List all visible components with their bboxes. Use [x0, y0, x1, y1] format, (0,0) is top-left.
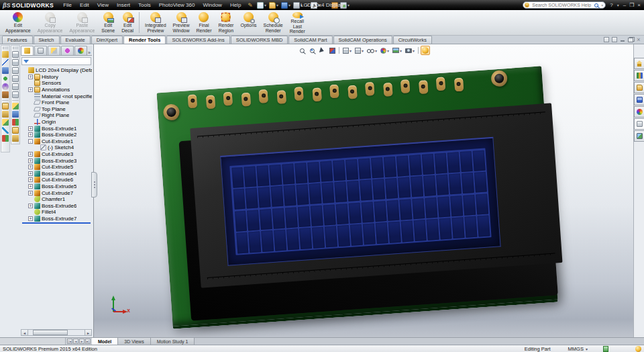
- tile-window-icon[interactable]: [612, 37, 617, 42]
- pencil-tool-icon[interactable]: [2, 51, 9, 58]
- cube-tool-icon[interactable]: [12, 51, 19, 58]
- tree-item-annotations[interactable]: +Annotations: [21, 87, 92, 93]
- tab-render-tools[interactable]: Render Tools: [123, 36, 166, 44]
- grid-tool-icon[interactable]: [12, 119, 19, 126]
- fm-tab-propertymanager[interactable]: [34, 46, 47, 55]
- taskpane-pane7-button[interactable]: [634, 130, 644, 142]
- scrollbar-track[interactable]: [28, 330, 85, 335]
- tab-scroll-icon[interactable]: |◂: [67, 339, 72, 344]
- view-settings-icon[interactable]: ▾: [404, 46, 416, 55]
- dropdown-caret-icon[interactable]: ▾: [400, 48, 402, 53]
- tree-item-cut-extrude7[interactable]: +Cut-Extrude7: [21, 189, 92, 196]
- panel-splitter-handle[interactable]: [91, 172, 97, 197]
- menu-help[interactable]: Help: [226, 1, 245, 9]
- cube-tool-icon[interactable]: [12, 59, 19, 66]
- print-caret-icon[interactable]: ▾: [301, 3, 303, 7]
- quick-save-icon[interactable]: ▾: [281, 2, 291, 9]
- scrollbar-thumb[interactable]: [33, 330, 68, 335]
- expand-toggle-icon[interactable]: +: [28, 159, 33, 163]
- tree-item-boss-extrude1[interactable]: +Boss-Extrude1: [21, 125, 92, 132]
- expand-toggle-icon[interactable]: +: [28, 152, 33, 157]
- toolbar-grip[interactable]: [13, 47, 18, 49]
- tree-item-boss-extrude3[interactable]: +Boss-Extrude3: [21, 157, 92, 164]
- tab-scroll-icon[interactable]: ▸: [79, 339, 85, 344]
- options-button[interactable]: Options: [237, 10, 260, 35]
- expand-toggle-icon[interactable]: +: [28, 132, 33, 137]
- modeltab-motion-study-1[interactable]: Motion Study 1: [151, 338, 195, 345]
- tree-item-boss-extrude6[interactable]: +Boss-Extrude6: [21, 202, 92, 209]
- block-tool-icon[interactable]: [2, 91, 9, 98]
- taskpane-appearance-button[interactable]: [634, 106, 644, 118]
- modeltab-model[interactable]: Model: [92, 338, 118, 345]
- material-tool-icon[interactable]: [2, 111, 9, 118]
- recall-last-render-button[interactable]: RecallLastRender: [286, 10, 309, 35]
- tab-circuitworks[interactable]: CircuitWorks: [393, 36, 432, 44]
- pen-icon[interactable]: ✎: [248, 2, 253, 9]
- previous-view-icon[interactable]: [317, 46, 327, 55]
- hide-show-items-icon[interactable]: ▾: [366, 46, 378, 55]
- tree-item-cut-extrude3[interactable]: +Cut-Extrude3: [21, 151, 92, 158]
- material-tool-icon[interactable]: [12, 135, 19, 142]
- tab-evaluate[interactable]: Evaluate: [60, 36, 91, 44]
- tree-item-history[interactable]: +History: [21, 74, 92, 81]
- help-caret-icon[interactable]: ▾: [617, 3, 619, 8]
- graphics-viewport[interactable]: ▾▾▾▾▾▾: [94, 44, 633, 337]
- dimension-tool-icon[interactable]: [2, 67, 9, 74]
- view-orientation-icon[interactable]: ▾: [341, 46, 353, 55]
- mi-8-tool-icon[interactable]: [2, 143, 9, 150]
- quick-open-icon[interactable]: ▾: [269, 2, 279, 9]
- modeltab-3d-views[interactable]: 3D Views: [118, 338, 150, 345]
- tab-solidworks-mbd[interactable]: SOLIDWORKS MBD: [231, 36, 288, 44]
- fm-tab-featuremanager-tree[interactable]: [21, 46, 34, 55]
- expand-toggle-icon[interactable]: +: [28, 165, 33, 169]
- units-selector[interactable]: MMGS ▾: [568, 346, 588, 352]
- edit-appearance-icon[interactable]: ▾: [379, 46, 390, 55]
- panel-horizontal-scrollbar[interactable]: ◂ ▸: [21, 329, 92, 336]
- cube-tool-icon[interactable]: [12, 83, 19, 90]
- expand-toggle-icon[interactable]: +: [28, 87, 33, 92]
- menu-edit[interactable]: Edit: [76, 1, 93, 9]
- expand-toggle-icon[interactable]: +: [28, 184, 33, 189]
- dropdown-caret-icon[interactable]: ▾: [362, 48, 364, 53]
- taskpane-props-button[interactable]: [634, 118, 644, 130]
- tags-icon[interactable]: [603, 346, 608, 352]
- tree-item-cut-extrude1[interactable]: -Cut-Extrude1: [21, 138, 92, 145]
- tree-item-boss-extrude7[interactable]: +Boss-Extrude7: [21, 216, 92, 222]
- tree-item-right-plane[interactable]: Right Plane: [21, 112, 92, 119]
- point-tool-icon[interactable]: [2, 75, 9, 82]
- tree-item-cut-extrude6[interactable]: +Cut-Extrude6: [21, 177, 92, 183]
- zoom-area-icon[interactable]: [307, 46, 317, 55]
- edit-appearance-button[interactable]: EditAppearance: [2, 10, 34, 35]
- folder-tool-icon[interactable]: [12, 127, 19, 134]
- tab-scroll-icon[interactable]: ◂: [73, 339, 78, 344]
- tree-item-fillet4[interactable]: Fillet4: [21, 209, 92, 216]
- folder-tool-icon[interactable]: [2, 103, 9, 109]
- window-caret-icon[interactable]: ▾: [347, 3, 350, 7]
- search-caret-icon[interactable]: ▾: [601, 3, 603, 7]
- expand-toggle-icon[interactable]: +: [28, 177, 33, 182]
- dimension-tool-icon[interactable]: [12, 111, 19, 118]
- quick-traffic-light-icon[interactable]: [323, 2, 329, 9]
- dropdown-caret-icon[interactable]: ▾: [413, 48, 415, 53]
- menu-insert[interactable]: Insert: [113, 1, 134, 9]
- tree-filter[interactable]: [21, 57, 91, 65]
- menu-window[interactable]: Window: [199, 1, 225, 9]
- undo-caret-icon[interactable]: ▾: [306, 3, 308, 7]
- line-tool-icon[interactable]: [2, 59, 9, 66]
- cube-tool-icon[interactable]: [12, 67, 19, 74]
- tree-item-boss-extrude4[interactable]: +Boss-Extrude4: [21, 171, 92, 177]
- edit-decal-button[interactable]: EditDecal: [118, 10, 137, 35]
- scroll-right-icon[interactable]: ▸: [85, 330, 91, 335]
- tab-dimxpert[interactable]: DimXpert: [91, 36, 123, 44]
- display-style-icon[interactable]: ▾: [354, 46, 365, 55]
- tab-solidcam-part[interactable]: SolidCAM Part: [288, 36, 332, 44]
- new-caret-icon[interactable]: ▾: [264, 3, 266, 7]
- quick-print-icon[interactable]: ▾: [293, 2, 303, 9]
- dropdown-caret-icon[interactable]: ▾: [375, 48, 377, 53]
- grid-tool-icon[interactable]: [2, 135, 9, 142]
- taskpane-home-button[interactable]: [634, 58, 644, 69]
- tab-scroll-icon[interactable]: ▸|: [85, 339, 91, 344]
- tree-item-sketch4[interactable]: (-) Sketch4: [21, 144, 92, 151]
- tree-item-top-plane[interactable]: Top Plane: [21, 106, 92, 113]
- doc-close-icon[interactable]: ×: [636, 37, 641, 42]
